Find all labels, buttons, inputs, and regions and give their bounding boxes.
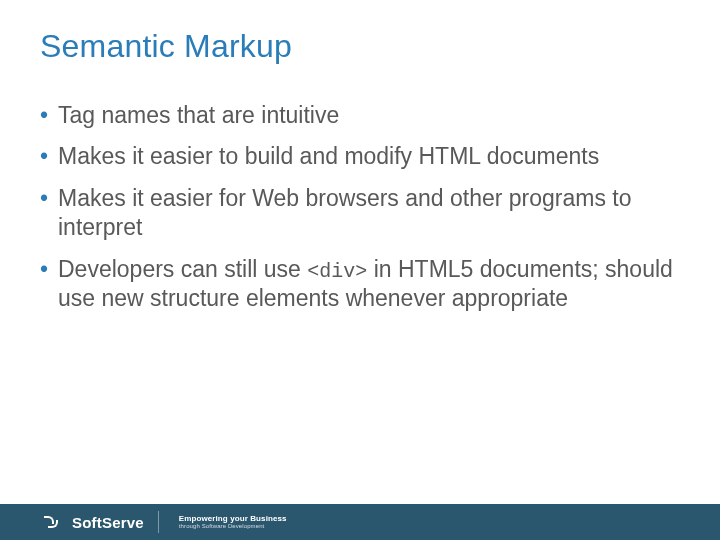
tagline-top: Empowering your Business [179, 515, 287, 523]
bullet-text: Makes it easier to build and modify HTML… [58, 143, 599, 169]
slide-title: Semantic Markup [40, 28, 680, 65]
slide: Semantic Markup Tag names that are intui… [0, 0, 720, 540]
list-item: Makes it easier for Web browsers and oth… [40, 184, 680, 243]
footer-divider [158, 511, 159, 533]
bullet-list: Tag names that are intuitive Makes it ea… [40, 101, 680, 314]
footer-tagline: Empowering your Business through Softwar… [179, 515, 287, 530]
softserve-logo-icon [44, 515, 62, 529]
inline-code: <div> [307, 260, 367, 283]
bullet-text: Tag names that are intuitive [58, 102, 339, 128]
bullet-text: Makes it easier for Web browsers and oth… [58, 185, 632, 240]
brand-name: SoftServe [72, 514, 144, 531]
footer-bar: SoftServe Empowering your Business throu… [0, 504, 720, 540]
tagline-bottom: through Software Development [179, 523, 287, 529]
list-item: Developers can still use <div> in HTML5 … [40, 255, 680, 314]
bullet-text-prefix: Developers can still use [58, 256, 307, 282]
list-item: Tag names that are intuitive [40, 101, 680, 130]
list-item: Makes it easier to build and modify HTML… [40, 142, 680, 171]
